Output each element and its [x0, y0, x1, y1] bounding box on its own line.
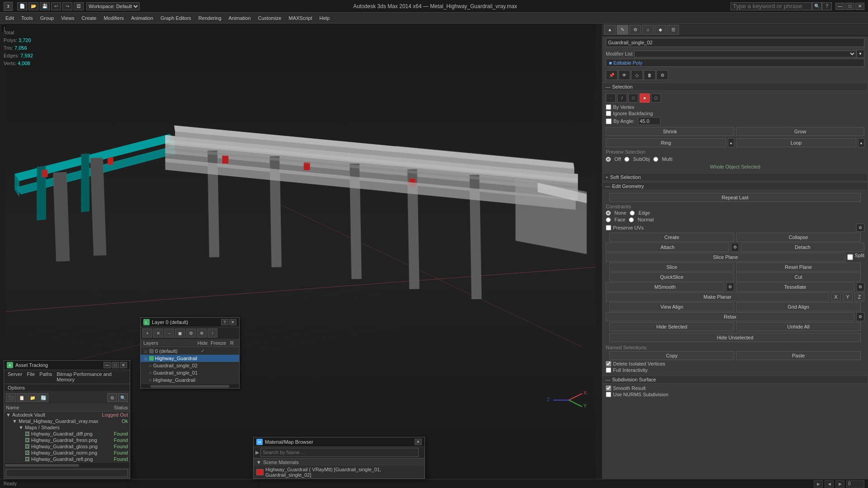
preserve-uvs-settings[interactable]: ⚙	[856, 224, 864, 232]
undo-btn[interactable]: ↩	[51, 2, 61, 10]
make-planar-btn[interactable]: Make Planar	[606, 292, 829, 301]
open-btn[interactable]: 📂	[28, 2, 38, 10]
layer-sel-highlight-btn[interactable]: ◼	[175, 328, 185, 338]
motion-tab[interactable]: ☼	[642, 25, 654, 35]
smooth-result-checkbox[interactable]	[606, 385, 611, 391]
list-item[interactable]: 🖼 Highway_Guardrail_gloss.png Found	[23, 443, 130, 450]
minimize-btn[interactable]: —	[835, 3, 844, 10]
selection-section-header[interactable]: — Selection	[602, 83, 868, 91]
pin-stack-btn[interactable]: 📌	[606, 70, 618, 80]
z-btn[interactable]: Z	[854, 292, 864, 301]
off-radio[interactable]	[606, 157, 611, 162]
list-item[interactable]: ▼ Autodesk Vault Logged Out	[4, 412, 130, 418]
tessellate-settings[interactable]: ⚙	[856, 282, 864, 291]
mat-panel-close[interactable]: ✕	[415, 439, 422, 445]
menu-tools[interactable]: Tools	[18, 14, 37, 22]
vertex-icon[interactable]: ·	[606, 94, 616, 103]
list-item[interactable]: ▼ Maps / Shaders	[17, 424, 130, 431]
menu-rendering[interactable]: Rendering	[195, 14, 225, 22]
hide-selected-btn[interactable]: Hide Selected	[609, 322, 734, 331]
polygon-icon[interactable]: ■	[640, 94, 650, 103]
hide-unselected-btn[interactable]: Hide Unselected	[609, 333, 861, 342]
create-btn[interactable]: Create	[609, 233, 734, 242]
list-item[interactable]: ☼ Highway_Guardrail	[141, 355, 239, 362]
redo-btn[interactable]: ↪	[62, 2, 72, 10]
list-item[interactable]: 🖼 Highway_Guardrail_refl.png Found	[23, 456, 130, 462]
menu-animation[interactable]: Animation	[127, 14, 157, 22]
workspace-select[interactable]: Workspace: Default	[86, 2, 140, 10]
maximize-btn[interactable]: □	[845, 3, 854, 10]
search-btn[interactable]: 🔍	[812, 2, 822, 10]
layers-scrollbar[interactable]	[141, 384, 239, 388]
layer-delete-btn[interactable]: ✕	[153, 328, 163, 338]
asset-icon-btn3[interactable]: 📁	[28, 393, 38, 402]
remove-modifier-btn[interactable]: 🗑	[644, 70, 656, 80]
save-btn[interactable]: 💾	[40, 2, 50, 10]
edge-icon[interactable]: /	[617, 94, 627, 103]
create-tab[interactable]: ▲	[604, 25, 616, 35]
render-setup-btn[interactable]: 🖼	[74, 2, 84, 10]
prev-frame-btn[interactable]: ◀	[825, 480, 834, 488]
face-radio[interactable]	[606, 217, 611, 222]
element-icon[interactable]: ⬡	[651, 94, 661, 103]
asset-tool-filter[interactable]: 🔍	[118, 393, 128, 402]
loop-btn[interactable]: Loop	[736, 138, 856, 147]
next-frame-btn[interactable]: ▶	[835, 480, 844, 488]
view-align-btn[interactable]: View Align	[609, 302, 734, 311]
configure-modifier-sets-btn[interactable]: ⚙	[656, 70, 668, 80]
asset-panel-restore[interactable]: □	[112, 362, 119, 368]
menu-animation2[interactable]: Animation	[225, 14, 255, 22]
y-btn[interactable]: Y	[843, 292, 853, 301]
list-item[interactable]: ○ Guardrail_single_02	[146, 362, 239, 369]
modifier-list-arrow[interactable]: ▼	[856, 50, 864, 58]
delete-isolated-checkbox[interactable]	[606, 361, 611, 366]
ring-spinner-up[interactable]: ▲	[728, 138, 734, 147]
tessellate-btn[interactable]: Tessellate	[736, 282, 854, 291]
mat-search-input[interactable]	[260, 448, 419, 457]
msmooth-settings[interactable]: ⚙	[726, 282, 734, 291]
asset-menu-bitmap[interactable]: Bitmap Performance and Memory	[55, 371, 128, 383]
mat-section-header[interactable]: ▼ Scene Materials	[254, 458, 425, 466]
menu-maxscript[interactable]: MAXScript	[285, 14, 316, 22]
slice-btn[interactable]: Slice	[609, 263, 734, 272]
menu-create[interactable]: Create	[78, 14, 100, 22]
layer-new-btn[interactable]: +	[142, 328, 152, 338]
by-angle-input[interactable]	[638, 117, 660, 125]
slice-plane-btn[interactable]: Slice Plane	[606, 253, 845, 262]
msmooth-btn[interactable]: MSmooth	[606, 282, 724, 291]
none-radio[interactable]	[606, 211, 611, 216]
quickslice-btn[interactable]: QuickSlice	[609, 272, 734, 282]
asset-icon-btn1[interactable]: ⬛	[6, 393, 16, 402]
modify-tab[interactable]: ✎	[617, 25, 628, 35]
list-item[interactable]: ▼ Metal_Highway_Guardrail_vray.max Ok	[10, 418, 130, 424]
reset-plane-btn[interactable]: Reset Plane	[736, 263, 861, 272]
asset-panel-minimize[interactable]: —	[104, 362, 111, 368]
menu-help[interactable]: Help	[316, 14, 333, 22]
search-input[interactable]	[731, 2, 812, 10]
hierarchy-tab[interactable]: ⚙	[629, 25, 641, 35]
preserve-uvs-checkbox[interactable]	[606, 225, 611, 230]
close-btn[interactable]: ✕	[855, 3, 864, 10]
paste-btn[interactable]: Paste	[736, 351, 861, 360]
menu-edit[interactable]: Edit	[2, 14, 18, 22]
normal-radio[interactable]	[629, 217, 634, 222]
subdivision-surface-header[interactable]: — Subdivision Surface	[602, 375, 868, 384]
full-interactivity-checkbox[interactable]	[606, 367, 611, 373]
layer-freeze-btn[interactable]: ❄	[197, 328, 207, 338]
by-angle-checkbox[interactable]	[606, 118, 612, 124]
layer-btn7[interactable]: ↑	[208, 328, 217, 338]
menu-customize[interactable]: Customize	[255, 14, 285, 22]
shrink-btn[interactable]: Shrink	[606, 127, 734, 136]
list-item[interactable]: ○ Highway_Guardrail	[146, 376, 239, 384]
grid-align-btn[interactable]: Grid Align	[736, 302, 861, 311]
list-item[interactable]: ○ Guardrail_single_01	[146, 369, 239, 376]
relax-btn[interactable]: Relax	[606, 312, 854, 321]
layers-minimize-btn[interactable]: ?	[221, 319, 228, 325]
x-btn[interactable]: X	[831, 292, 841, 301]
relax-settings[interactable]: ⚙	[856, 312, 864, 321]
soft-selection-header[interactable]: + Soft Selection	[602, 173, 868, 181]
frame-input[interactable]	[846, 480, 864, 488]
subobj-radio[interactable]	[624, 157, 629, 162]
border-icon[interactable]: □	[628, 94, 638, 103]
by-vertex-checkbox[interactable]	[606, 104, 611, 110]
